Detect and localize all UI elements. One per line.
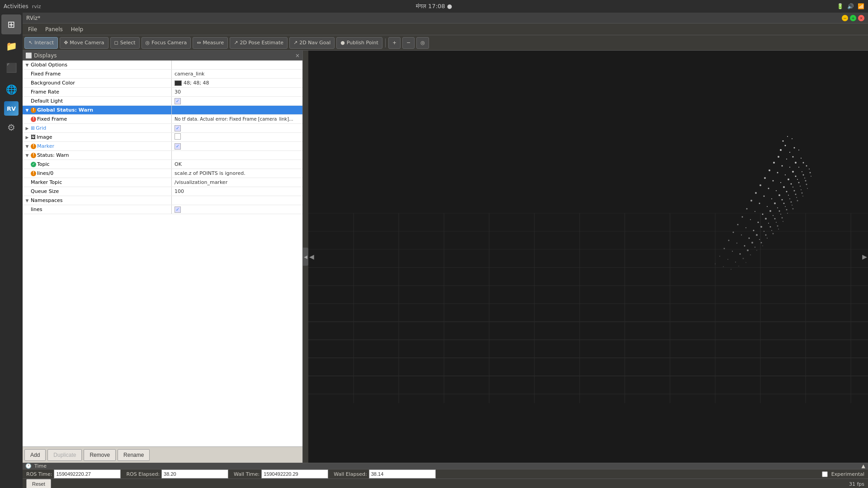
cell-name: Namespaces bbox=[23, 196, 172, 205]
svg-point-61 bbox=[755, 192, 757, 194]
tree-row[interactable]: ! Marker bbox=[23, 142, 302, 151]
tree-row[interactable]: ! Fixed Frame No tf data. Actual error: … bbox=[23, 115, 302, 124]
ros-time-input[interactable] bbox=[54, 469, 121, 479]
svg-point-49 bbox=[788, 178, 789, 180]
wall-elapsed-field: Wall Elapsed: bbox=[334, 469, 435, 479]
svg-point-135 bbox=[755, 247, 755, 248]
zoom-in-button[interactable]: + bbox=[388, 37, 401, 49]
activity-browser[interactable]: 🌐 bbox=[1, 80, 21, 99]
svg-point-149 bbox=[731, 269, 731, 270]
svg-point-47 bbox=[773, 180, 774, 182]
displays-close[interactable]: × bbox=[295, 52, 300, 59]
select-button[interactable]: ◻ Select bbox=[110, 37, 140, 49]
tree-row[interactable]: ! lines/0 scale.z of POINTS is ignored. bbox=[23, 169, 302, 178]
measure-icon: ⇔ bbox=[197, 40, 201, 46]
checkbox[interactable] bbox=[175, 143, 181, 150]
tree-row[interactable]: Frame Rate 30 bbox=[23, 88, 302, 97]
publish-point-button[interactable]: ● Publish Point bbox=[336, 37, 382, 49]
svg-point-97 bbox=[791, 202, 792, 203]
tree-row[interactable]: ✓ Topic OK bbox=[23, 160, 302, 169]
expand-arrow[interactable] bbox=[24, 126, 30, 131]
move-camera-button[interactable]: ✥ Move Camera bbox=[60, 37, 108, 49]
svg-point-46 bbox=[764, 177, 766, 179]
cell-name: ! Fixed Frame bbox=[23, 115, 172, 123]
duplicate-button[interactable]: Duplicate bbox=[47, 449, 82, 461]
status-warn-icon: ! bbox=[31, 108, 36, 113]
activity-apps[interactable]: ⊞ bbox=[1, 14, 21, 34]
activity-terminal[interactable]: ⬛ bbox=[1, 58, 21, 78]
displays-tree: Global Options Fixed Frame camera_link bbox=[23, 61, 302, 446]
checkbox[interactable] bbox=[175, 133, 181, 140]
checkbox[interactable] bbox=[175, 98, 181, 104]
menu-help[interactable]: Help bbox=[67, 25, 87, 33]
expand-arrow[interactable] bbox=[24, 198, 30, 203]
focus-camera-button[interactable]: ◎ Focus Camera bbox=[142, 37, 191, 49]
svg-point-133 bbox=[740, 253, 741, 255]
tree-row[interactable]: ! Status: Warn bbox=[23, 151, 302, 160]
expand-arrow[interactable] bbox=[24, 144, 30, 149]
3d-viewport[interactable]: ◀ ▶ bbox=[308, 51, 868, 463]
activity-rviz[interactable]: RV bbox=[4, 101, 19, 116]
menu-file[interactable]: File bbox=[24, 25, 41, 33]
minimize-button[interactable]: − bbox=[842, 15, 848, 21]
checkbox[interactable] bbox=[175, 206, 181, 213]
tree-row[interactable]: ⊞ Grid bbox=[23, 124, 302, 133]
status-warn-icon: ! bbox=[31, 171, 36, 176]
time-panel-expand[interactable]: ▲ bbox=[862, 463, 865, 469]
experimental-checkbox[interactable] bbox=[822, 471, 828, 477]
svg-point-64 bbox=[778, 194, 780, 196]
expand-arrow[interactable] bbox=[24, 108, 30, 113]
interact-button[interactable]: ↖ Interact bbox=[24, 37, 58, 49]
svg-point-111 bbox=[802, 196, 803, 197]
tree-row[interactable]: 🖼 Image bbox=[23, 133, 302, 142]
tree-row[interactable]: Global Options bbox=[23, 61, 302, 70]
svg-point-145 bbox=[756, 250, 757, 251]
rename-button[interactable]: Rename bbox=[118, 449, 150, 461]
zoom-out-button[interactable]: − bbox=[402, 37, 415, 49]
add-button[interactable]: Add bbox=[24, 449, 46, 461]
svg-point-92 bbox=[758, 222, 759, 223]
pose-estimate-button[interactable]: ↗ 2D Pose Estimate bbox=[230, 37, 288, 49]
zoom-fit-button[interactable]: ◎ bbox=[416, 37, 429, 49]
wall-elapsed-input[interactable] bbox=[369, 469, 436, 479]
tree-row[interactable]: lines bbox=[23, 205, 302, 214]
activities-label[interactable]: Activities bbox=[4, 3, 28, 9]
svg-point-125 bbox=[751, 242, 753, 244]
menu-panels[interactable]: Panels bbox=[42, 25, 66, 33]
ros-elapsed-field: ROS Elapsed: bbox=[126, 469, 228, 479]
tree-row[interactable]: Namespaces bbox=[23, 196, 302, 205]
reset-button[interactable]: Reset bbox=[26, 479, 51, 488]
svg-point-91 bbox=[750, 219, 751, 220]
nav-goal-button[interactable]: ↗ 2D Nav Goal bbox=[289, 37, 335, 49]
svg-point-119 bbox=[782, 217, 783, 219]
close-button[interactable]: × bbox=[858, 15, 864, 21]
svg-point-94 bbox=[773, 215, 774, 216]
tree-row[interactable]: Default Light bbox=[23, 97, 302, 106]
wall-time-input[interactable] bbox=[261, 469, 328, 479]
collapse-handle[interactable]: ◀ bbox=[303, 248, 308, 266]
expand-arrow[interactable] bbox=[24, 153, 30, 158]
cell-value: 100 bbox=[172, 188, 302, 194]
viewport-expand-left[interactable]: ◀ bbox=[309, 253, 314, 260]
svg-point-81 bbox=[755, 211, 755, 212]
tree-row[interactable]: Background Color 48; 48; 48 bbox=[23, 79, 302, 88]
tree-row[interactable]: Fixed Frame camera_link bbox=[23, 70, 302, 79]
activity-settings[interactable]: ⚙ bbox=[1, 117, 21, 137]
remove-button[interactable]: Remove bbox=[84, 449, 116, 461]
expand-arrow[interactable] bbox=[24, 135, 30, 140]
ros-elapsed-input[interactable] bbox=[161, 469, 228, 479]
svg-point-116 bbox=[764, 231, 764, 232]
measure-button[interactable]: ⇔ Measure bbox=[193, 37, 228, 49]
expand-arrow[interactable] bbox=[24, 62, 30, 68]
tree-row[interactable]: Queue Size 100 bbox=[23, 187, 302, 196]
status-warn-icon: ! bbox=[31, 144, 36, 149]
checkbox[interactable] bbox=[175, 125, 181, 131]
tree-row[interactable]: Marker Topic /visualization_marker bbox=[23, 178, 302, 187]
maximize-button[interactable]: + bbox=[850, 15, 856, 21]
focus-camera-label: Focus Camera bbox=[151, 40, 187, 46]
ros-time-label: ROS Time: bbox=[26, 471, 52, 477]
viewport-expand-right[interactable]: ▶ bbox=[862, 253, 867, 260]
cell-value: camera_link bbox=[172, 71, 302, 77]
tree-row-selected[interactable]: ! Global Status: Warn bbox=[23, 106, 302, 115]
activity-files[interactable]: 📁 bbox=[1, 36, 21, 56]
